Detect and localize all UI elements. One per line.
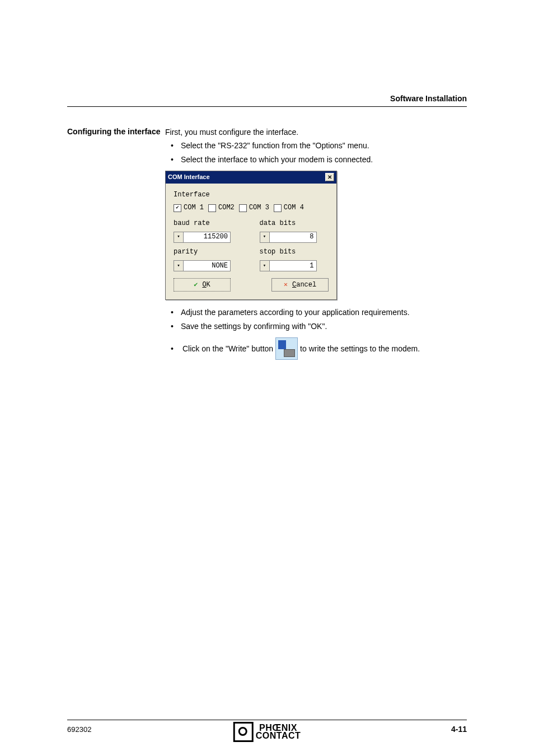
- x-icon: ✕: [284, 280, 288, 290]
- chevron-down-icon: [260, 261, 270, 271]
- brand-logo: PHŒNIX CONTACT: [233, 722, 301, 742]
- cancel-button[interactable]: ✕ Cancel: [271, 278, 329, 292]
- checkbox-label: COM 3: [249, 203, 269, 213]
- write-text-after: to write the settings to the modem.: [300, 343, 420, 354]
- step-list-2: Adjust the parameters according to your …: [165, 307, 467, 332]
- baud-rate-dropdown[interactable]: 115200: [174, 232, 231, 243]
- section-header: Software Installation: [390, 94, 467, 103]
- stop-bits-dropdown[interactable]: 1: [260, 260, 317, 271]
- checkbox-icon: [208, 204, 216, 212]
- bullet-icon: •: [171, 343, 174, 354]
- intro-text: First, you must configure the interface.: [165, 126, 467, 138]
- stop-bits-value: 1: [270, 261, 316, 271]
- com4-checkbox[interactable]: COM 4: [274, 203, 304, 213]
- com1-checkbox[interactable]: COM 1: [174, 203, 204, 213]
- ok-button-label: OK: [202, 280, 210, 290]
- checkbox-label: COM 4: [284, 203, 304, 213]
- checkbox-icon: [274, 204, 282, 212]
- chevron-down-icon: [174, 261, 184, 271]
- com-interface-dialog: COM Interface ✕ Interface COM 1 COM2: [165, 171, 337, 300]
- list-item: Select the interface to which your modem…: [165, 154, 467, 165]
- parity-dropdown[interactable]: NONE: [174, 260, 231, 271]
- baud-rate-value: 115200: [184, 232, 230, 242]
- check-icon: ✔: [194, 280, 198, 290]
- dialog-title: COM Interface: [168, 173, 210, 182]
- margin-heading: Configuring the interface: [67, 126, 165, 360]
- chevron-down-icon: [174, 232, 184, 242]
- page-number: 4-11: [451, 725, 467, 734]
- dialog-titlebar: COM Interface ✕: [166, 171, 336, 184]
- checkbox-icon: [239, 204, 247, 212]
- checkbox-label: COM 1: [184, 203, 204, 213]
- parity-value: NONE: [184, 261, 230, 271]
- brand-name-bottom: CONTACT: [256, 732, 301, 740]
- parity-label: parity: [174, 247, 243, 257]
- chevron-down-icon: [260, 232, 270, 242]
- checkbox-icon: [174, 204, 181, 212]
- write-text-before: Click on the "Write" button: [182, 343, 273, 354]
- list-item: Select the "RS-232" function from the "O…: [165, 140, 467, 151]
- list-item: Adjust the parameters according to your …: [165, 307, 467, 318]
- interface-group-label: Interface: [174, 190, 329, 200]
- doc-id: 692302: [67, 725, 91, 734]
- com3-checkbox[interactable]: COM 3: [239, 203, 269, 213]
- data-bits-dropdown[interactable]: 8: [260, 232, 317, 243]
- stop-bits-label: stop bits: [260, 247, 329, 257]
- com2-checkbox[interactable]: COM2: [208, 203, 235, 213]
- step-list-1: Select the "RS-232" function from the "O…: [165, 140, 467, 165]
- ok-button[interactable]: ✔ OK: [174, 278, 231, 292]
- logo-mark-icon: [233, 722, 254, 742]
- data-bits-label: data bits: [260, 219, 329, 228]
- write-button-icon: [275, 337, 298, 360]
- cancel-button-label: Cancel: [292, 280, 316, 290]
- data-bits-value: 8: [270, 232, 316, 242]
- close-icon[interactable]: ✕: [325, 173, 334, 181]
- baud-rate-label: baud rate: [174, 219, 243, 228]
- checkbox-label: COM2: [218, 203, 235, 213]
- write-instruction: • Click on the "Write" button to write t…: [165, 337, 467, 360]
- com-port-row: COM 1 COM2 COM 3 COM 4: [174, 203, 329, 213]
- list-item: Save the settings by confirming with "OK…: [165, 321, 467, 332]
